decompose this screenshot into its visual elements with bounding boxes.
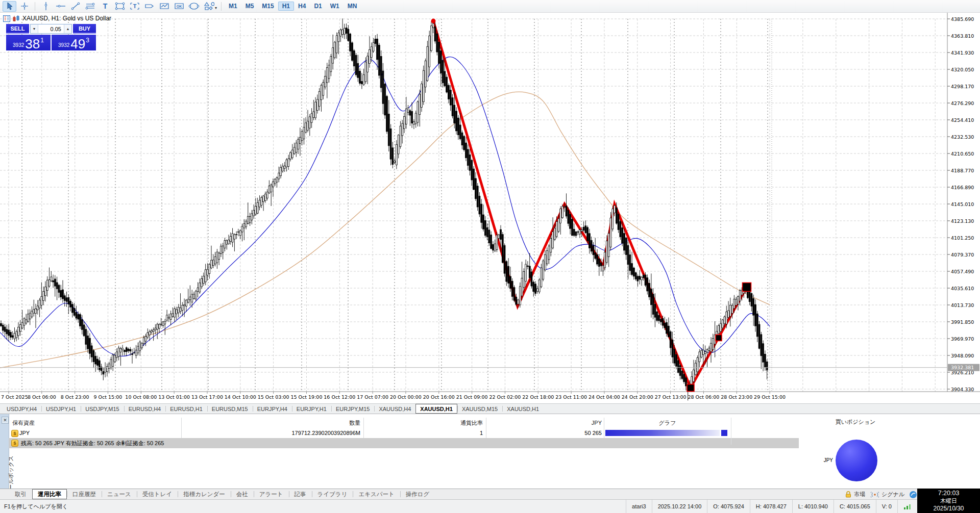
- asset-ratio-cell: 1: [388, 428, 483, 438]
- chart-tab-usdjpy-h1[interactable]: USDJPY,H1: [41, 404, 81, 414]
- chart-tab-eurjpy-m15[interactable]: EURJPY,M15: [331, 404, 374, 414]
- chart-tab-eurusd-h4[interactable]: EURUSD,H4: [124, 404, 166, 414]
- svg-text:4210.650: 4210.650: [951, 151, 974, 157]
- sell-price-panel[interactable]: 3932 38 1: [6, 35, 51, 50]
- chart-tab-eurusd-m15[interactable]: EURUSD,M15: [207, 404, 253, 414]
- svg-text:4385.690: 4385.690: [951, 16, 974, 22]
- toolbox-tab-3[interactable]: ニュース: [102, 489, 137, 499]
- toolbox-tab-8[interactable]: 記事: [289, 489, 312, 499]
- horizontal-line-tool-icon[interactable]: [54, 1, 67, 12]
- toolbox-tab-10[interactable]: エキスパート: [353, 489, 400, 499]
- buy-price-panel[interactable]: 3932 49 3: [52, 35, 96, 50]
- buy-position-title: 買いポジション: [731, 418, 980, 426]
- chart-tab-xauusd-h1[interactable]: XAUUSD,H1: [502, 404, 544, 414]
- svg-text:20 Oct 16:00: 20 Oct 16:00: [423, 394, 455, 400]
- toolbar-separator: [221, 2, 222, 11]
- svg-text:14 Oct 10:00: 14 Oct 10:00: [225, 394, 256, 400]
- buy-position-pie[interactable]: [836, 440, 877, 481]
- sell-button[interactable]: SELL: [6, 24, 29, 34]
- volume-input[interactable]: 0.05: [38, 24, 64, 33]
- shapes-dropdown-arrow-icon[interactable]: ▾: [215, 6, 217, 10]
- depth-of-market-icon[interactable]: [3, 15, 10, 22]
- svg-text:23 Oct 11:00: 23 Oct 11:00: [555, 394, 587, 400]
- chart-tab-usdjpy-h4[interactable]: USDJPY,H4: [2, 404, 41, 414]
- toolbox-tab-6[interactable]: 会社: [231, 489, 254, 499]
- timeframe-d1-button[interactable]: D1: [310, 2, 326, 11]
- connection-status-icon: [897, 500, 917, 513]
- chart-tab-usdjpy-m15[interactable]: USDJPY,M15: [81, 404, 124, 414]
- toolbox-panel: ✕ ツールボックス $ 残高: 50 265 JPY 有効証拠金: 50 265…: [0, 414, 980, 489]
- svg-text:27 Oct 13:00: 27 Oct 13:00: [655, 394, 687, 400]
- price-chart[interactable]: 4385.6904363.8104341.9304320.0504298.170…: [0, 13, 980, 403]
- price-label-tool-icon[interactable]: [142, 1, 156, 12]
- svg-text:4035.610: 4035.610: [951, 286, 974, 291]
- one-click-trading-icon[interactable]: [13, 15, 20, 22]
- timeframe-m1-button[interactable]: M1: [225, 2, 241, 11]
- rectangle-tool-icon[interactable]: [113, 1, 127, 12]
- toolbox-tab-9[interactable]: ライブラリ: [312, 489, 353, 499]
- chart-tab-eurusd-h1[interactable]: EURUSD,H1: [165, 404, 207, 414]
- buy-button[interactable]: BUY: [73, 24, 96, 34]
- svg-text:15 Oct 19:00: 15 Oct 19:00: [291, 394, 323, 400]
- shapes-tool-icon[interactable]: [202, 1, 215, 12]
- timeframe-mn-button[interactable]: MN: [344, 2, 361, 11]
- volume-increase-button[interactable]: ▲: [64, 24, 71, 33]
- volume-decrease-button[interactable]: ▼: [31, 24, 38, 33]
- timeframe-h1-button[interactable]: H1: [278, 2, 294, 11]
- indicator-tool-icon[interactable]: [157, 1, 171, 12]
- text-label-tool-icon[interactable]: T: [128, 1, 141, 12]
- status-low: L: 4010.940: [792, 500, 834, 513]
- main-toolbar: TTOK▾M1M5M15H1H4D1W1MN: [0, 0, 980, 13]
- toolbox-tab-7[interactable]: アラート: [254, 489, 289, 499]
- community-icon[interactable]: [909, 491, 917, 499]
- toolbox-tab-5[interactable]: 指標カレンダー: [178, 489, 231, 499]
- market-label[interactable]: 市場: [854, 491, 865, 498]
- status-icons-group: 市場 シグナル: [845, 489, 917, 500]
- clock-date: 2025/10/30: [917, 505, 980, 512]
- svg-text:4341.930: 4341.930: [951, 50, 974, 56]
- timeframe-w1-button[interactable]: W1: [326, 2, 344, 11]
- equidistant-channel-tool-icon[interactable]: [83, 1, 97, 12]
- cursor-tool-icon[interactable]: [3, 1, 16, 12]
- crosshair-tool-icon[interactable]: [17, 1, 31, 12]
- toolbox-tab-4[interactable]: 受信トレイ: [137, 489, 178, 499]
- timeframe-m15-button[interactable]: M15: [258, 2, 278, 11]
- toolbox-tab-11[interactable]: 操作ログ: [400, 489, 435, 499]
- column-header-graph: グラフ: [604, 418, 731, 428]
- svg-text:3904.330: 3904.330: [951, 387, 974, 392]
- chart-window: 4385.6904363.8104341.9304320.0504298.170…: [0, 13, 980, 403]
- svg-text:24 Oct 20:00: 24 Oct 20:00: [622, 394, 653, 400]
- svg-text:OK: OK: [176, 5, 182, 8]
- svg-text:9 Oct 15:00: 9 Oct 15:00: [94, 394, 122, 400]
- buy-price-pip: 3: [86, 37, 89, 44]
- chart-tab-xauusd-m15[interactable]: XAUUSD,M15: [457, 404, 502, 414]
- svg-text:4145.010: 4145.010: [951, 201, 974, 207]
- chart-header: XAUUSD, H1: Gold vs US Dollar: [3, 15, 111, 22]
- toolbox-tab-0[interactable]: 取引: [9, 489, 32, 499]
- chart-tab-xauusd-h4[interactable]: XAUUSD,H4: [374, 404, 415, 414]
- svg-text:17 Oct 07:00: 17 Oct 07:00: [357, 394, 388, 400]
- signal-label[interactable]: シグナル: [881, 491, 904, 498]
- text-tool-icon[interactable]: T: [98, 1, 112, 12]
- button-tool-icon[interactable]: OK: [172, 1, 186, 12]
- toolbar-separator: [35, 2, 35, 11]
- toolbox-tab-2[interactable]: 口座履歴: [67, 489, 102, 499]
- chart-tab-eurjpy-h4[interactable]: EURJPY,H4: [253, 404, 292, 414]
- signal-icon: [871, 492, 879, 498]
- help-hint: F1を押してヘルプを開く: [0, 503, 68, 510]
- status-high: H: 4078.427: [750, 500, 792, 513]
- timeframe-m5-button[interactable]: M5: [241, 2, 258, 11]
- ellipse-tool-icon[interactable]: [187, 1, 201, 12]
- toolbox-tab-1[interactable]: 運用比率: [32, 489, 67, 499]
- chart-tab-bar: USDJPY,H4USDJPY,H1USDJPY,M15EURUSD,H4EUR…: [0, 403, 980, 414]
- timeframe-h4-button[interactable]: H4: [294, 2, 310, 11]
- vertical-line-tool-icon[interactable]: [39, 1, 53, 12]
- chart-tab-xauusd-h1[interactable]: XAUUSD,H1: [415, 404, 457, 414]
- svg-text:3991.850: 3991.850: [951, 319, 974, 325]
- status-volume: V: 0: [876, 500, 897, 513]
- svg-text:3948.090: 3948.090: [951, 353, 974, 358]
- svg-text:4276.290: 4276.290: [951, 100, 974, 106]
- chart-tab-eurjpy-h1[interactable]: EURJPY,H1: [292, 404, 331, 414]
- trendline-tool-icon[interactable]: [68, 1, 82, 12]
- sell-price-pip: 1: [40, 37, 44, 44]
